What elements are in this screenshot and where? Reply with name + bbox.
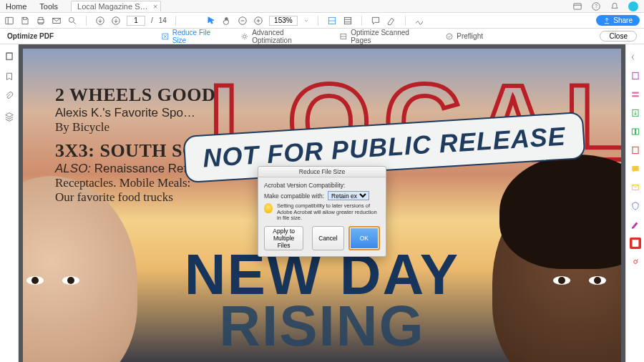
tip-text: Setting compatibility to later versions … [277,203,380,222]
dialog-tip: Setting compatibility to later versions … [264,203,380,222]
protect-icon[interactable] [630,200,641,212]
document-tab[interactable]: Local Magazine S… × [71,1,161,11]
svg-rect-20 [632,92,638,94]
svg-point-14 [243,35,246,38]
create-pdf-icon[interactable] [630,70,641,82]
share-label: Share [613,16,633,24]
lightbulb-icon [264,203,273,213]
optimize-panel-label: Optimize PDF [7,32,54,40]
layers-icon[interactable] [4,112,14,122]
share-button[interactable]: Share [596,15,640,26]
attachments-icon[interactable] [4,92,14,102]
organize-icon[interactable] [630,126,641,137]
advanced-label: Advanced Optimization [252,29,323,44]
sidebar-toggle-icon[interactable] [4,16,14,26]
workspace-icon[interactable] [572,1,582,11]
hand-icon[interactable] [222,16,232,26]
make-compat-label: Make compatible with: [264,192,324,200]
svg-rect-27 [632,240,638,246]
document-canvas[interactable]: LOCAL 2 WHEELS GOOD Alexis K.'s Favorite… [19,44,625,362]
page-nav: / 14 [95,16,167,26]
svg-rect-4 [38,19,44,23]
cancel-button[interactable]: Cancel [312,226,343,250]
svg-rect-19 [632,72,638,79]
zoom-in-icon[interactable] [253,16,263,26]
next-page-icon[interactable] [111,16,121,26]
svg-rect-23 [632,129,635,134]
menu-home[interactable]: Home [6,2,26,11]
send-comments-icon[interactable] [630,182,641,193]
page-total: 14 [159,16,167,24]
help-icon[interactable]: ? [591,1,601,11]
workarea: LOCAL 2 WHEELS GOOD Alexis K.'s Favorite… [0,44,644,362]
fill-sign-icon[interactable] [630,163,641,175]
zoom-out-icon[interactable] [238,16,248,26]
redact-icon[interactable] [630,219,641,230]
prev-page-icon[interactable] [95,16,105,26]
mag-sub-5: Our favorite food trucks [55,190,173,205]
main-toolbar: / 14 Share [0,13,644,29]
optimize-tool-icon[interactable] [630,238,641,249]
svg-rect-0 [574,3,582,9]
left-rail [0,44,19,362]
page-number-input[interactable] [127,16,145,26]
dialog-title: Reduce File Size [258,167,386,177]
svg-rect-24 [635,129,638,134]
compat-select[interactable]: Retain existing [328,191,369,200]
search-icon[interactable] [67,16,77,26]
pdf-page: LOCAL 2 WHEELS GOOD Alexis K.'s Favorite… [23,49,621,362]
triangle-icon[interactable] [630,52,641,63]
mail-icon[interactable] [52,16,62,26]
optimize-scanned-tool[interactable]: Optimize Scanned Pages [339,29,429,44]
svg-rect-3 [6,17,14,24]
optimize-toolbar: Optimize PDF Reduce File Size Advanced O… [0,29,644,44]
advanced-optimization-tool[interactable]: Advanced Optimization [240,29,323,44]
mag-sub-2: By Bicycle [55,120,109,134]
close-tab-icon[interactable]: × [153,2,157,11]
pointer-icon[interactable] [206,16,216,26]
menu-tools[interactable]: Tools [39,2,58,11]
comment-icon[interactable] [371,16,381,26]
cover-title-line2: RISING [23,300,621,352]
svg-rect-12 [344,17,351,24]
preflight-tool[interactable]: Preflight [445,29,483,44]
preflight-icon [445,32,454,41]
preflight-label: Preflight [457,32,483,40]
svg-rect-21 [632,95,638,97]
close-panel-button[interactable]: Close [600,31,637,41]
comment-tool-icon[interactable] [630,145,641,156]
svg-point-16 [447,34,452,39]
reduce-icon [161,32,170,41]
menubar: Home Tools Local Magazine S… × ? [0,0,644,13]
highlight-icon[interactable] [386,16,396,26]
export-pdf-icon[interactable] [630,107,641,119]
thumbnails-icon[interactable] [4,52,14,62]
print-icon[interactable] [36,16,46,26]
user-avatar[interactable] [628,1,638,11]
svg-text:?: ? [595,4,597,9]
svg-rect-25 [632,147,638,153]
mag-headline-2: 3X3: SOUTH SQ [55,140,197,162]
zoom-dropdown-icon[interactable] [303,16,309,26]
share-icon [603,17,610,24]
more-tools-icon[interactable] [630,256,641,268]
scan-icon [339,32,348,41]
mag-sub-4: Receptacles. Mobile Meals: [55,176,190,190]
bell-icon[interactable] [610,1,620,11]
fit-page-icon[interactable] [343,16,353,26]
reduce-file-size-tool[interactable]: Reduce File Size [161,29,225,44]
fit-width-icon[interactable] [327,16,337,26]
cover-title: NEW DAY RISING [23,249,621,352]
save-icon[interactable] [20,16,30,26]
zoom-input[interactable] [269,16,298,26]
sign-icon[interactable] [414,16,424,26]
edit-pdf-icon[interactable] [630,89,641,100]
apply-multiple-button[interactable]: Apply to Multiple Files [264,226,303,250]
compat-label: Acrobat Version Compatibility: [264,182,380,189]
reduce-label: Reduce File Size [172,29,225,44]
bookmarks-icon[interactable] [4,72,14,82]
right-rail [625,44,644,362]
ok-button[interactable]: OK [348,226,380,250]
mag-sub-1: Alexis K.'s Favorite Spo… [55,106,195,120]
svg-point-28 [633,260,637,264]
